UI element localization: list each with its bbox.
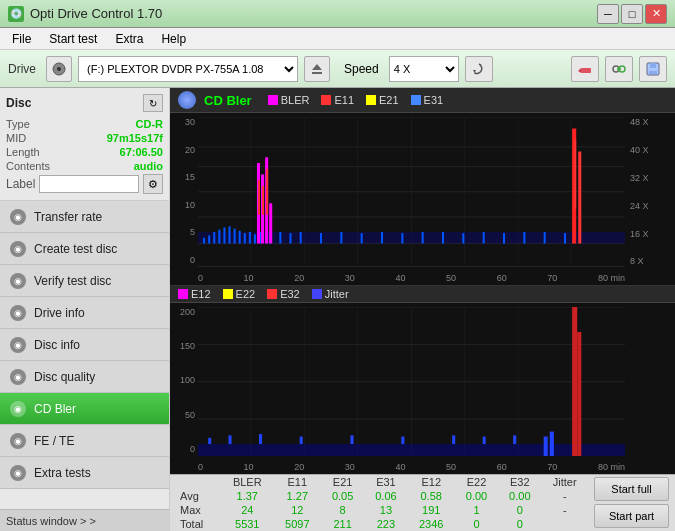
disc-refresh-button[interactable]: ↻ xyxy=(143,94,163,112)
svg-rect-35 xyxy=(239,231,241,244)
svg-rect-12 xyxy=(649,71,657,74)
nav-items: ◉ Transfer rate ◉ Create test disc ◉ Ver… xyxy=(0,201,169,509)
menu-extra[interactable]: Extra xyxy=(107,30,151,48)
col-header-e32: E32 xyxy=(498,475,541,489)
e11-color xyxy=(321,95,331,105)
disc-quality-icon: ◉ xyxy=(10,369,26,385)
mid-label: MID xyxy=(6,132,26,144)
menu-file[interactable]: File xyxy=(4,30,39,48)
data-table-section: BLER E11 E21 E31 E12 E22 E32 Jitter Avg … xyxy=(170,474,675,531)
col-header-e31: E31 xyxy=(364,475,407,489)
save-button[interactable] xyxy=(639,56,667,82)
jitter-color xyxy=(312,289,322,299)
menu-start-test[interactable]: Start test xyxy=(41,30,105,48)
svg-rect-87 xyxy=(483,436,486,443)
create-test-disc-icon: ◉ xyxy=(10,241,26,257)
avg-label: Avg xyxy=(170,489,221,503)
nav-transfer-rate[interactable]: ◉ Transfer rate xyxy=(0,201,169,233)
cd-bler-icon: ◉ xyxy=(10,401,26,417)
nav-transfer-rate-label: Transfer rate xyxy=(34,210,102,224)
total-e32: 0 xyxy=(498,517,541,531)
col-header-e21: E21 xyxy=(321,475,364,489)
nav-create-test-disc[interactable]: ◉ Create test disc xyxy=(0,233,169,265)
type-label: Type xyxy=(6,118,30,130)
total-label: Total xyxy=(170,517,221,531)
svg-rect-60 xyxy=(269,203,272,243)
svg-rect-80 xyxy=(208,437,211,443)
legend-e22: E22 xyxy=(223,288,256,300)
svg-rect-47 xyxy=(381,232,383,244)
drive-select[interactable]: (F:) PLEXTOR DVDR PX-755A 1.08 xyxy=(78,56,298,82)
svg-rect-85 xyxy=(401,436,404,443)
table-row-total: Total 5531 5097 211 223 2346 0 0 xyxy=(170,517,588,531)
nav-extra-tests[interactable]: ◉ Extra tests xyxy=(0,457,169,489)
refresh-button[interactable] xyxy=(465,56,493,82)
svg-rect-37 xyxy=(249,232,251,244)
svg-rect-66 xyxy=(574,140,576,209)
svg-rect-88 xyxy=(513,435,516,444)
close-button[interactable]: ✕ xyxy=(645,4,667,24)
main-layout: Disc ↻ Type CD-R MID 97m15s17f Length 67… xyxy=(0,88,675,531)
table-row-max: Max 24 12 8 13 191 1 0 - xyxy=(170,503,588,517)
speed-select[interactable]: 4 X 8 X 16 X xyxy=(389,56,459,82)
lower-x-labels: 0 10 20 30 40 50 60 70 80 min xyxy=(198,462,625,472)
length-value: 67:06.50 xyxy=(120,146,163,158)
svg-rect-89 xyxy=(544,436,548,456)
title-bar: 💿 Opti Drive Control 1.70 ─ □ ✕ xyxy=(0,0,675,28)
chart-title: CD Bler xyxy=(204,93,252,108)
nav-drive-info[interactable]: ◉ Drive info xyxy=(0,297,169,329)
nav-disc-quality[interactable]: ◉ Disc quality xyxy=(0,361,169,393)
e12-color xyxy=(178,289,188,299)
avg-e22: 0.00 xyxy=(455,489,498,503)
nav-verify-test-disc[interactable]: ◉ Verify test disc xyxy=(0,265,169,297)
legend-e31: E31 xyxy=(411,94,444,106)
max-e22: 1 xyxy=(455,503,498,517)
e12-label: E12 xyxy=(191,288,211,300)
eject-button[interactable] xyxy=(304,56,330,82)
total-e12: 2346 xyxy=(408,517,455,531)
e32-color xyxy=(267,289,277,299)
svg-rect-36 xyxy=(244,233,246,243)
nav-fe-te[interactable]: ◉ FE / TE xyxy=(0,425,169,457)
start-part-button[interactable]: Start part xyxy=(594,504,669,528)
table-row-avg: Avg 1.37 1.27 0.05 0.06 0.58 0.00 0.00 - xyxy=(170,489,588,503)
label-input[interactable] xyxy=(39,175,139,193)
nav-cd-bler[interactable]: ◉ CD Bler xyxy=(0,393,169,425)
label-edit-button[interactable]: ⚙ xyxy=(143,174,163,194)
upper-right-labels: 48 X 40 X 32 X 24 X 16 X 8 X xyxy=(627,117,675,267)
start-full-button[interactable]: Start full xyxy=(594,477,669,501)
upper-chart-legend: BLER E11 E21 E31 xyxy=(268,94,443,106)
eraser-button[interactable] xyxy=(571,56,599,82)
avg-e12: 0.58 xyxy=(408,489,455,503)
max-label: Max xyxy=(170,503,221,517)
col-header-e11: E11 xyxy=(274,475,321,489)
speed-label: Speed xyxy=(344,62,379,76)
svg-rect-90 xyxy=(550,431,554,456)
svg-rect-52 xyxy=(483,232,485,244)
status-window-button[interactable]: Status window > > xyxy=(0,509,169,531)
svg-rect-82 xyxy=(259,434,262,444)
minimize-button[interactable]: ─ xyxy=(597,4,619,24)
nav-drive-info-label: Drive info xyxy=(34,306,85,320)
disc-section: Disc ↻ Type CD-R MID 97m15s17f Length 67… xyxy=(0,88,169,201)
avg-e32: 0.00 xyxy=(498,489,541,503)
bler-label: BLER xyxy=(281,94,310,106)
svg-rect-91 xyxy=(572,307,577,457)
svg-rect-5 xyxy=(581,68,591,73)
menu-help[interactable]: Help xyxy=(153,30,194,48)
total-bler: 5531 xyxy=(221,517,274,531)
maximize-button[interactable]: □ xyxy=(621,4,643,24)
svg-rect-31 xyxy=(218,230,220,244)
options-button[interactable] xyxy=(605,56,633,82)
svg-rect-32 xyxy=(223,227,225,243)
nav-create-test-disc-label: Create test disc xyxy=(34,242,117,256)
total-e22: 0 xyxy=(455,517,498,531)
e22-label: E22 xyxy=(236,288,256,300)
total-jitter xyxy=(541,517,588,531)
nav-disc-info[interactable]: ◉ Disc info xyxy=(0,329,169,361)
e21-label: E21 xyxy=(379,94,399,106)
upper-chart: 30 20 15 10 5 0 xyxy=(170,113,675,286)
svg-rect-84 xyxy=(351,435,354,444)
svg-rect-41 xyxy=(279,232,281,244)
transfer-rate-icon: ◉ xyxy=(10,209,26,225)
